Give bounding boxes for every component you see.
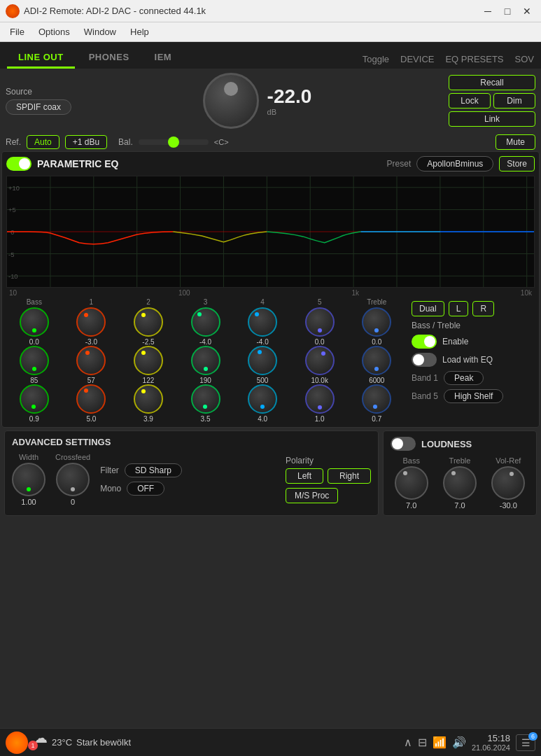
bt-enable-toggle[interactable] [412, 335, 437, 349]
eq-toggle[interactable] [6, 157, 31, 171]
band-bass-freq-knob[interactable] [20, 346, 49, 375]
band-treble-gain-knob[interactable] [362, 307, 391, 337]
volume-icon[interactable]: 🔊 [452, 736, 466, 749]
enable-label: Enable [442, 337, 468, 346]
menu-file[interactable]: File [3, 24, 31, 40]
notification-button[interactable]: ☰ 6 [516, 734, 535, 751]
ref-label: Ref. [6, 137, 21, 147]
band-3-gain-knob[interactable] [191, 307, 220, 337]
filter-val: SD Sharp [125, 463, 182, 477]
band-2-gain-knob[interactable] [134, 307, 163, 337]
width-item: Width 1.00 [12, 453, 45, 506]
band-q-row: 0.9 5.0 3.9 [6, 384, 405, 423]
band-3-q-knob[interactable] [191, 384, 220, 414]
crossfeed-knob[interactable] [56, 463, 90, 496]
close-button[interactable]: ✕ [519, 3, 535, 20]
band-4-q-knob[interactable] [248, 384, 277, 414]
band-2-q-dot [141, 389, 146, 393]
polarity-right-button[interactable]: Right [328, 468, 371, 484]
band-bass-q-knob[interactable] [20, 384, 49, 414]
tab-sov[interactable]: SOV [515, 54, 534, 64]
taskbar: ☁ 1 23°C Stark bewölkt ∧ ⊟ 📶 🔊 15:18 21.… [0, 728, 541, 756]
band-5-freq-knob[interactable] [305, 346, 335, 375]
width-val: 1.00 [21, 498, 36, 506]
load-with-eq-label: Load with EQ [442, 355, 493, 365]
band-4-q-val: 4.0 [258, 415, 267, 423]
date-value: 21.06.2024 [472, 743, 510, 752]
ref-1dbu-button[interactable]: +1 dBu [65, 135, 107, 149]
eq-header: PARAMETRIC EQ Preset ApollonBminus Store [6, 156, 535, 172]
band-bass-label: Bass [27, 298, 42, 306]
ref-auto-button[interactable]: Auto [27, 135, 59, 149]
bottom-row: ADVANCED SETTINGS Width 1.00 Crossfeed 0 [0, 430, 541, 516]
chevron-up-icon[interactable]: ∧ [404, 736, 412, 749]
ms-proc-button[interactable]: M/S Proc [286, 488, 338, 503]
band-2-dot [141, 313, 146, 317]
loudness-bass-dot [403, 471, 407, 475]
band-4-freq-knob[interactable] [248, 346, 277, 375]
loudness-volref-knob[interactable] [491, 466, 525, 500]
tab-lineout[interactable]: LINE OUT [7, 48, 75, 69]
l-button[interactable]: L [449, 301, 469, 316]
lock-button[interactable]: Lock [449, 93, 491, 108]
store-button[interactable]: Store [499, 156, 535, 172]
load-eq-toggle[interactable] [412, 353, 437, 367]
band-treble-freq-val: 6000 [369, 377, 384, 384]
preset-value: ApollonBminus [416, 156, 493, 172]
band-1-freq-dot [85, 351, 90, 355]
tab-phones[interactable]: PHONES [78, 48, 141, 69]
eq-band-treble-freq: 6000 [349, 346, 405, 384]
tab-device[interactable]: DEVICE [400, 54, 434, 64]
band-bass-gain-knob[interactable] [20, 307, 49, 337]
width-knob[interactable] [12, 463, 45, 496]
band-2-q-knob[interactable] [134, 384, 163, 414]
polarity-left-button[interactable]: Left [286, 468, 323, 484]
balance-slider[interactable] [139, 139, 209, 145]
taskbar-app-icon[interactable] [6, 732, 28, 754]
band-3-freq-knob[interactable] [191, 346, 220, 375]
band-5-q-knob[interactable] [305, 384, 335, 414]
eq-band-bass-q: 0.9 [6, 384, 62, 423]
band-3-dot [197, 312, 202, 316]
band-5-label: 5 [318, 298, 322, 306]
loudness-toggle-knob [392, 438, 403, 449]
loudness-treble-knob[interactable] [443, 466, 477, 500]
band-4-gain-knob[interactable] [248, 307, 277, 337]
band-1-q-knob[interactable] [76, 384, 106, 414]
maximize-button[interactable]: □ [499, 3, 516, 20]
mono-row: Mono OFF [100, 482, 276, 496]
band-treble-freq-knob[interactable] [362, 346, 391, 375]
minimize-button[interactable]: ─ [479, 3, 496, 20]
loudness-bass-knob[interactable] [395, 466, 428, 500]
volume-value: -22.0 [267, 85, 312, 108]
eq-band-5: 5 0.0 [292, 298, 348, 346]
tab-toggle[interactable]: Toggle [363, 54, 389, 64]
link-button[interactable]: Link [449, 111, 535, 127]
eq-band-1-q: 5.0 [64, 384, 120, 423]
tab-iem[interactable]: IEM [143, 48, 183, 69]
tab-eq-presets[interactable]: EQ PRESETS [445, 54, 503, 64]
recall-button[interactable]: Recall [449, 75, 535, 90]
source-button[interactable]: SPDIF coax [6, 99, 71, 115]
band-3-freq-val: 190 [199, 377, 211, 384]
menu-window[interactable]: Window [77, 24, 123, 40]
band5-row: Band 5 High Shelf [412, 389, 532, 403]
filter-label: Filter [100, 465, 119, 475]
band-bass-dot [32, 328, 36, 332]
dim-button[interactable]: Dim [493, 93, 535, 108]
loudness-volref-dot [510, 472, 514, 476]
r-button[interactable]: R [472, 301, 494, 316]
loudness-toggle[interactable] [391, 437, 416, 451]
band-treble-q-knob[interactable] [362, 384, 391, 414]
menu-help[interactable]: Help [123, 24, 156, 40]
volume-knob[interactable] [203, 73, 259, 129]
menu-options[interactable]: Options [31, 24, 77, 40]
band-1-gain-knob[interactable] [76, 307, 106, 337]
adv-title: ADVANCED SETTINGS [12, 437, 371, 447]
dual-button[interactable]: Dual [412, 301, 444, 316]
taskbar-time[interactable]: 15:18 21.06.2024 [472, 733, 510, 752]
band-1-freq-knob[interactable] [76, 346, 106, 375]
band-2-freq-knob[interactable] [134, 346, 163, 375]
band-5-gain-knob[interactable] [305, 307, 335, 337]
mute-button[interactable]: Mute [496, 134, 535, 150]
